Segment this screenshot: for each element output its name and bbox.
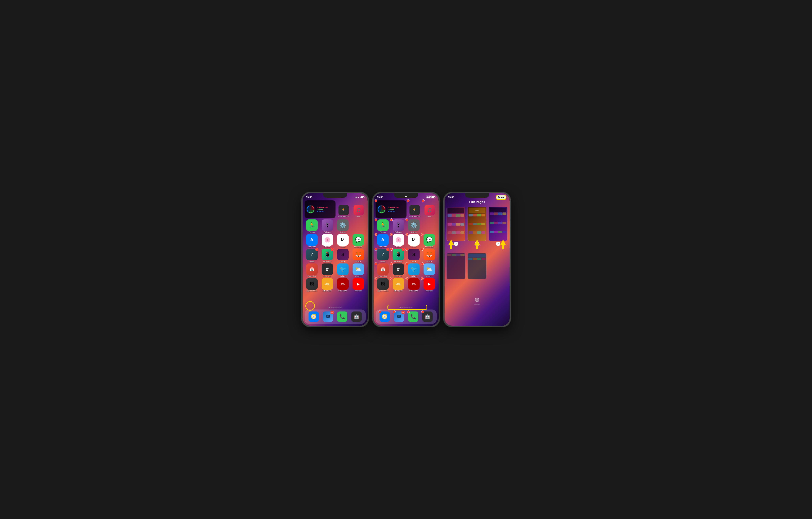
- fitness-widget-2[interactable]: − 129/440KCAL 2/30MIN 5/12HRS: [376, 200, 406, 218]
- music-widget-2[interactable]: − 🎵 Music: [423, 200, 437, 218]
- dock-safari[interactable]: 🧭: [309, 311, 319, 322]
- done-button-3[interactable]: Done: [496, 195, 506, 200]
- dot-7[interactable]: [341, 307, 342, 308]
- dot-4[interactable]: [335, 307, 336, 308]
- minus-machash[interactable]: −: [390, 263, 393, 265]
- dock-mail[interactable]: ✉ 16: [323, 311, 333, 322]
- minus-phone[interactable]: −: [407, 310, 410, 313]
- minus-appleframes[interactable]: −: [375, 277, 377, 280]
- done-button-2[interactable]: Done: [426, 195, 435, 199]
- app-cell-weather[interactable]: ⛅ Weather: [351, 264, 366, 277]
- app-cell-appstore[interactable]: A App Store: [304, 234, 319, 248]
- minus-bbcsport[interactable]: −: [390, 277, 393, 280]
- minus-appstore[interactable]: −: [375, 233, 377, 236]
- app-cell-messages[interactable]: 💬 Messages: [351, 234, 366, 248]
- minus-weather[interactable]: −: [421, 263, 424, 265]
- app-cell-slack[interactable]: S Slack: [336, 249, 350, 263]
- app-cell-appleframes[interactable]: 🖼 Apple Frames: [304, 278, 319, 292]
- messages-label: Messages: [354, 246, 362, 248]
- app-cell-whatsapp[interactable]: 📱 1 WhatsApp: [320, 249, 335, 263]
- page-dot-3-2[interactable]: [476, 304, 477, 305]
- app-cell-appstore-2[interactable]: − A App Store: [376, 234, 390, 248]
- minus-firefox[interactable]: −: [421, 248, 424, 251]
- minus-bbcnews[interactable]: −: [406, 277, 408, 280]
- page-thumb-4[interactable]: [446, 253, 466, 279]
- health-widget-2[interactable]: − 🏃 Health & Fitness: [408, 200, 422, 218]
- minus-fantastical[interactable]: −: [375, 263, 377, 265]
- app-cell-fantastical-2[interactable]: − 📅 Fantastical: [376, 264, 390, 277]
- dot-1[interactable]: [328, 307, 329, 308]
- app-cell-machash[interactable]: # MacHash: [320, 264, 335, 277]
- minus-photos[interactable]: −: [390, 233, 393, 236]
- minus-things[interactable]: −: [375, 248, 377, 251]
- minus-twitter[interactable]: −: [406, 263, 408, 265]
- app-cell-firefox[interactable]: 🦊 Firefox: [351, 249, 366, 263]
- app-cell-youtube[interactable]: ▶ YouTube: [351, 278, 366, 292]
- app-cell-fantastical[interactable]: 📅 Fantastical: [304, 264, 319, 277]
- app-cell-bbcsport-2[interactable]: − BBC SPORT BBC Sport: [391, 278, 406, 292]
- app-cell-appleframes-2[interactable]: − 🖼 Apple Frames: [376, 278, 390, 292]
- dock-phone-2[interactable]: − 📞: [408, 311, 418, 322]
- minus-safari[interactable]: −: [379, 310, 381, 313]
- app-cell-twitter-2[interactable]: − 🐦 Twitter: [406, 264, 421, 277]
- page-dot-3-3[interactable]: [478, 304, 480, 305]
- dock-mango-2[interactable]: − 🤖: [423, 311, 433, 322]
- health-widget[interactable]: 🏃 Health & Fitness: [337, 200, 351, 218]
- dock-mail-2[interactable]: − ✉ 16: [394, 311, 404, 322]
- app-cell-bbcnews-2[interactable]: − BBC NEWS BBC News: [406, 278, 421, 292]
- app-cell-podcasts[interactable]: 🎙 Podcasts: [320, 219, 335, 233]
- time-2: 15:00: [377, 196, 383, 199]
- music-widget[interactable]: 🎵 Music: [352, 200, 366, 218]
- app-cell-settings-2[interactable]: − ⚙️ Settings: [406, 219, 421, 233]
- minus-mail[interactable]: −: [393, 310, 396, 313]
- app-cell-photos[interactable]: 🌸 Photos: [320, 234, 335, 248]
- minus-messages[interactable]: −: [421, 233, 424, 236]
- music-label: Music: [356, 216, 361, 217]
- app-row-3b: − A App Store − 🌸 Photos − M Gmail − 💬: [376, 234, 437, 248]
- minus-youtube[interactable]: −: [421, 277, 424, 280]
- app-cell-weather-2[interactable]: − ⛅ Weather: [422, 264, 437, 277]
- app-cell-podcasts-2[interactable]: − 🎙 Podcasts: [391, 219, 406, 233]
- app-cell-settings[interactable]: ⚙️ Settings: [336, 219, 350, 233]
- svg-marker-0: [448, 240, 454, 249]
- app-cell-youtube-2[interactable]: − ▶ YouTube: [422, 278, 437, 292]
- page-1-check[interactable]: ✓: [454, 242, 458, 246]
- app-cell-gmail[interactable]: M Gmail: [336, 234, 350, 248]
- app-cell-messages-2[interactable]: − 💬 Messages: [422, 234, 437, 248]
- minus-gmail[interactable]: −: [406, 233, 408, 236]
- dot-3[interactable]: [332, 307, 334, 308]
- page-dot-3-1[interactable]: [474, 304, 475, 305]
- ring-center-2: [378, 206, 385, 213]
- plus-button[interactable]: +: [405, 195, 407, 198]
- dock-safari-2[interactable]: − 🧭: [379, 311, 390, 322]
- fitness-widget[interactable]: 129/440KCAL 2/30MIN 5/12HRS: [304, 200, 336, 218]
- app-cell-photos-2[interactable]: − 🌸 Photos: [391, 234, 406, 248]
- app-cell-fitness-2[interactable]: − 🏃 Fitness: [376, 219, 390, 233]
- settings-label: Settings: [340, 231, 346, 233]
- dock-mango[interactable]: 🤖: [351, 311, 362, 322]
- minus-slack[interactable]: −: [406, 248, 408, 251]
- dot-5[interactable]: [337, 307, 338, 308]
- minus-whatsapp[interactable]: −: [390, 248, 393, 251]
- app-cell-whatsapp-2[interactable]: − 📱1 WhatsApp: [391, 249, 406, 263]
- app-cell-slack-2[interactable]: − S Slack: [406, 249, 421, 263]
- dot-6[interactable]: [339, 307, 340, 308]
- minus-podcasts[interactable]: −: [390, 218, 393, 221]
- minus-fitness[interactable]: −: [375, 218, 377, 221]
- app-cell-things[interactable]: ✓ 3 Things: [304, 249, 319, 263]
- page-3-check[interactable]: ✓: [496, 242, 500, 246]
- dot-2[interactable]: [330, 307, 331, 308]
- app-cell-firefox-2[interactable]: − 🦊 Firefox: [422, 249, 437, 263]
- app-cell-fitness[interactable]: 🏃 Fitness: [304, 219, 319, 233]
- minus-settings[interactable]: −: [406, 218, 408, 221]
- app-cell-bbcnews[interactable]: BBC NEWS BBC News: [336, 278, 350, 292]
- dock-phone[interactable]: 📞: [337, 311, 347, 322]
- minus-mango[interactable]: −: [422, 310, 424, 313]
- app-cell-twitter[interactable]: 🐦 Twitter: [336, 264, 350, 277]
- app-cell-things-2[interactable]: − ✓3 Things: [376, 249, 390, 263]
- app-cell-bbcsport[interactable]: BBC SPORT BBC Sport: [320, 278, 335, 292]
- app-cell-machash-2[interactable]: − # MacHash: [391, 264, 406, 277]
- photos-label-2: Photos: [396, 246, 401, 248]
- page-thumb-5[interactable]: [467, 253, 487, 279]
- app-cell-gmail-2[interactable]: − M Gmail: [406, 234, 421, 248]
